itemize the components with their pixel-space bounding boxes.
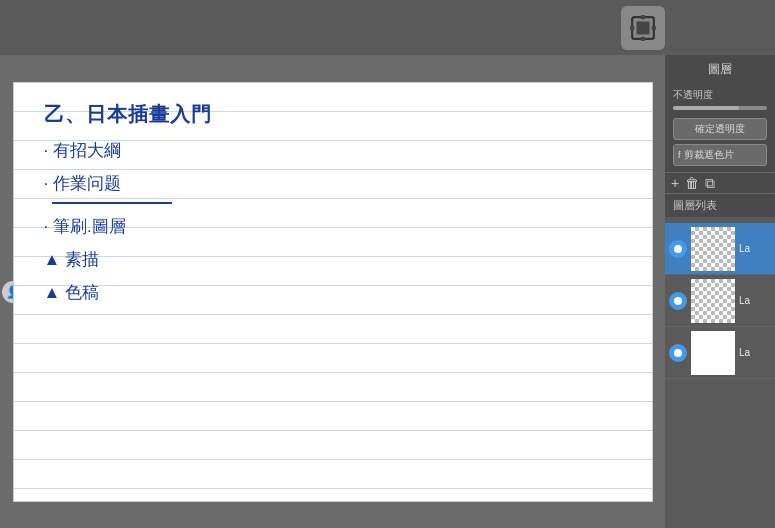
layer-label-1: La bbox=[735, 243, 750, 254]
clip-color-label: 剪裁遮色片 bbox=[684, 148, 734, 162]
opacity-section: 不透明度 確定透明度 f 剪裁遮色片 bbox=[665, 82, 775, 173]
add-layer-button[interactable]: + bbox=[671, 176, 679, 190]
canvas-icon-button[interactable] bbox=[621, 6, 665, 50]
bullet-4: ▲ bbox=[44, 250, 66, 269]
eye-inner-1 bbox=[674, 245, 682, 253]
divider-line bbox=[52, 202, 172, 204]
svg-rect-2 bbox=[630, 25, 634, 29]
layer-thumb-3 bbox=[691, 331, 735, 375]
notebook-title: 乙、日本插畫入門 bbox=[44, 101, 642, 128]
clip-color-button[interactable]: f 剪裁遮色片 bbox=[673, 144, 767, 166]
svg-rect-3 bbox=[652, 25, 656, 29]
layer-thumb-checker-1 bbox=[691, 227, 735, 271]
eye-icon-1[interactable] bbox=[669, 240, 687, 258]
svg-rect-1 bbox=[637, 21, 650, 34]
layer-list-section: La La La bbox=[665, 219, 775, 528]
svg-rect-5 bbox=[641, 36, 645, 40]
notebook-item-1: · 有招大綱 bbox=[44, 136, 642, 165]
bullet-1: · bbox=[44, 141, 53, 160]
notebook-item-4: ▲ 素描 bbox=[44, 245, 642, 274]
bullet-2: · bbox=[44, 174, 53, 193]
opacity-slider[interactable] bbox=[673, 106, 767, 110]
notebook: 乙、日本插畫入門 · 有招大綱 · 作業问题 · 筆刷.圖層 ▲ 素描 ▲ 色稿 bbox=[13, 82, 653, 502]
opacity-slider-fill bbox=[673, 106, 739, 110]
opacity-label: 不透明度 bbox=[673, 88, 767, 102]
layer-item-2[interactable]: La bbox=[665, 275, 775, 327]
panel-title: 圖層 bbox=[665, 55, 775, 82]
layer-label-2: La bbox=[735, 295, 750, 306]
eye-icon-2[interactable] bbox=[669, 292, 687, 310]
eye-inner-2 bbox=[674, 297, 682, 305]
copy-layer-button[interactable]: ⧉ bbox=[705, 176, 715, 190]
layer-thumb-1 bbox=[691, 227, 735, 271]
eye-icon-3[interactable] bbox=[669, 344, 687, 362]
bullet-5: ▲ bbox=[44, 283, 66, 302]
confirm-opacity-button[interactable]: 確定透明度 bbox=[673, 118, 767, 140]
layer-thumb-2 bbox=[691, 279, 735, 323]
layer-thumb-checker-2 bbox=[691, 279, 735, 323]
layer-item-3[interactable]: La bbox=[665, 327, 775, 379]
bullet-3: · bbox=[44, 217, 53, 236]
eye-inner-3 bbox=[674, 349, 682, 357]
delete-layer-button[interactable]: 🗑 bbox=[685, 176, 699, 190]
notebook-item-5: ▲ 色稿 bbox=[44, 278, 642, 307]
notebook-item-2: · 作業问题 bbox=[44, 169, 642, 198]
layer-label-3: La bbox=[735, 347, 750, 358]
canvas-icon bbox=[630, 15, 656, 41]
right-panel: 圖層 不透明度 確定透明度 f 剪裁遮色片 + 🗑 ⧉ 圖層列表 bbox=[665, 55, 775, 528]
layer-toolbar: + 🗑 ⧉ bbox=[665, 173, 775, 194]
notebook-item-3: · 筆刷.圖層 bbox=[44, 212, 642, 241]
layer-item-1[interactable]: La bbox=[665, 223, 775, 275]
layer-list-title: 圖層列表 bbox=[665, 194, 775, 217]
svg-rect-4 bbox=[641, 15, 645, 19]
main-area: 👤 乙、日本插畫入門 · 有招大綱 · 作業问题 · 筆刷.圖層 ▲ 素描 bbox=[0, 55, 775, 528]
clip-icon: f bbox=[678, 150, 681, 160]
notebook-content: 乙、日本插畫入門 · 有招大綱 · 作業问题 · 筆刷.圖層 ▲ 素描 ▲ 色稿 bbox=[44, 101, 642, 311]
top-bar bbox=[0, 0, 775, 55]
layer-thumb-white-3 bbox=[691, 331, 735, 375]
canvas-area: 👤 乙、日本插畫入門 · 有招大綱 · 作業问题 · 筆刷.圖層 ▲ 素描 bbox=[0, 55, 665, 528]
